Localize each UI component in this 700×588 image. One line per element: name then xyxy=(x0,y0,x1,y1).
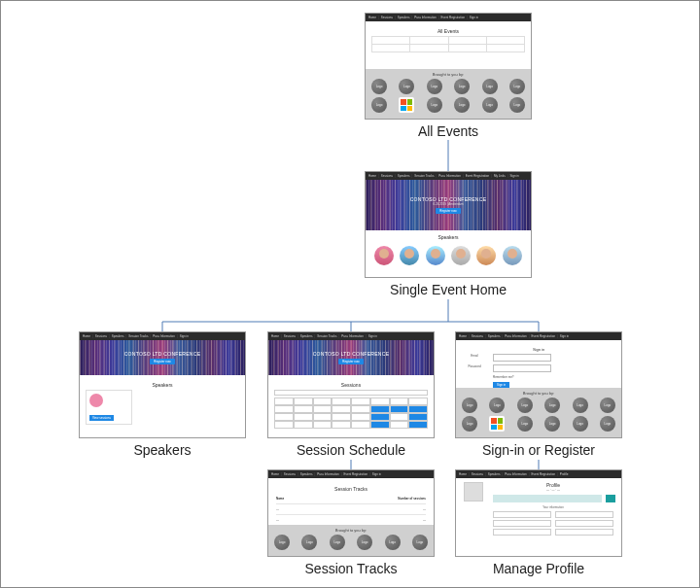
node-manage-profile[interactable]: Home| Sessions| Speakers| Pass Informati… xyxy=(455,469,622,576)
thumb-signin: Home| Sessions| Speakers| Pass Informati… xyxy=(455,331,622,438)
profile-avatar xyxy=(464,482,483,502)
node-single-event-home[interactable]: Home| Sessions| Speakers| Session Tracks… xyxy=(365,171,532,297)
thumb-nav: Home| Sessions| Speakers| Pass Informati… xyxy=(366,14,531,21)
speaker-card: View sessions xyxy=(86,390,132,425)
section-title: Speakers xyxy=(366,234,531,240)
node-label: Speakers xyxy=(79,442,246,458)
section-title: Speakers xyxy=(86,382,239,388)
microsoft-logo xyxy=(399,97,414,113)
sponsor-title: Brought to you by: xyxy=(371,72,525,77)
node-session-schedule[interactable]: Home| Sessions| Speakers| Session Tracks… xyxy=(267,331,435,458)
node-label: Sign-in or Register xyxy=(455,442,622,458)
node-label: Session Tracks xyxy=(267,561,435,576)
section-title: Sessions xyxy=(274,382,428,388)
thumb-tracks: Home| Sessions| Speakers| Pass Informati… xyxy=(267,469,435,557)
page-title: Session Tracks xyxy=(276,486,426,492)
node-signin-register[interactable]: Home| Sessions| Speakers| Pass Informati… xyxy=(455,331,622,458)
schedule-grid xyxy=(274,398,428,429)
register-button: Register now xyxy=(436,208,461,214)
speaker-avatars xyxy=(366,242,531,271)
events-table xyxy=(371,36,525,52)
node-label: Manage Profile xyxy=(455,561,622,576)
thumb-speakers: Home| Sessions| Speakers| Session Tracks… xyxy=(79,331,246,438)
thumb-schedule: Home| Sessions| Speakers| Session Tracks… xyxy=(267,331,435,438)
node-label: Single Event Home xyxy=(365,282,532,297)
node-label: All Events xyxy=(365,123,532,139)
node-label: Session Schedule xyxy=(267,442,435,458)
sponsor-logo: Logo xyxy=(371,79,387,94)
page-title: Sign in xyxy=(462,347,615,352)
avatar xyxy=(89,394,103,407)
node-session-tracks[interactable]: Home| Sessions| Speakers| Pass Informati… xyxy=(267,469,435,576)
email-field xyxy=(493,354,551,362)
thumb-single-event: Home| Sessions| Speakers| Session Tracks… xyxy=(365,171,532,278)
thumb-all-events: Home| Sessions| Speakers| Pass Informati… xyxy=(365,13,532,120)
view-sessions-button: View sessions xyxy=(89,415,114,421)
hero-subtitle: 6.24.2019 | Amsterdam xyxy=(434,202,464,206)
page-title: All Events xyxy=(371,28,525,34)
thumb-profile: Home| Sessions| Speakers| Pass Informati… xyxy=(455,469,622,557)
password-field xyxy=(493,364,551,372)
node-all-events[interactable]: Home| Sessions| Speakers| Pass Informati… xyxy=(365,13,532,139)
node-speakers[interactable]: Home| Sessions| Speakers| Session Tracks… xyxy=(79,331,246,458)
info-banner xyxy=(493,495,602,502)
